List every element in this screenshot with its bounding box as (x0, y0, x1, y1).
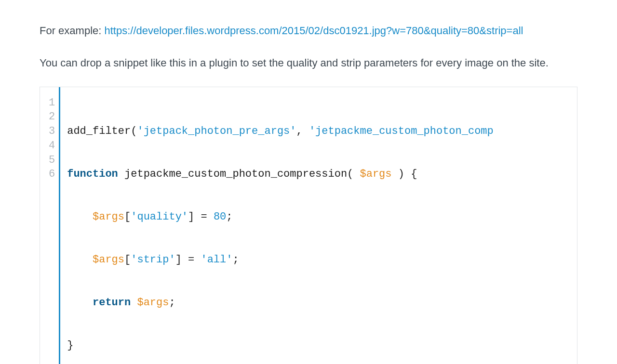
code-content[interactable]: add_filter('jetpack_photon_pre_args', 'j… (60, 87, 577, 364)
code-line: function jetpackme_custom_photon_compres… (67, 167, 570, 182)
example-prefix: For example: (40, 25, 105, 37)
code-block: 1 2 3 4 5 6 add_filter('jetpack_photon_p… (40, 87, 577, 364)
line-number: 4 (49, 139, 55, 153)
line-number: 6 (49, 167, 55, 182)
paragraph-example: For example: https://developer.files.wor… (40, 22, 577, 39)
line-number: 3 (49, 124, 55, 139)
paragraph-intro: You can drop a snippet like this in a pl… (40, 54, 577, 72)
example-url-link[interactable]: https://developer.files.wordpress.com/20… (105, 25, 523, 37)
code-line: add_filter('jetpack_photon_pre_args', 'j… (67, 124, 570, 139)
code-line: $args['strip'] = 'all'; (67, 253, 570, 267)
code-line: return $args; (67, 296, 570, 310)
line-number: 2 (49, 110, 55, 124)
line-number: 5 (49, 153, 55, 168)
code-line: $args['quality'] = 80; (67, 210, 570, 224)
code-line: } (67, 338, 570, 353)
line-number-gutter: 1 2 3 4 5 6 (40, 87, 60, 364)
line-number: 1 (49, 96, 55, 110)
